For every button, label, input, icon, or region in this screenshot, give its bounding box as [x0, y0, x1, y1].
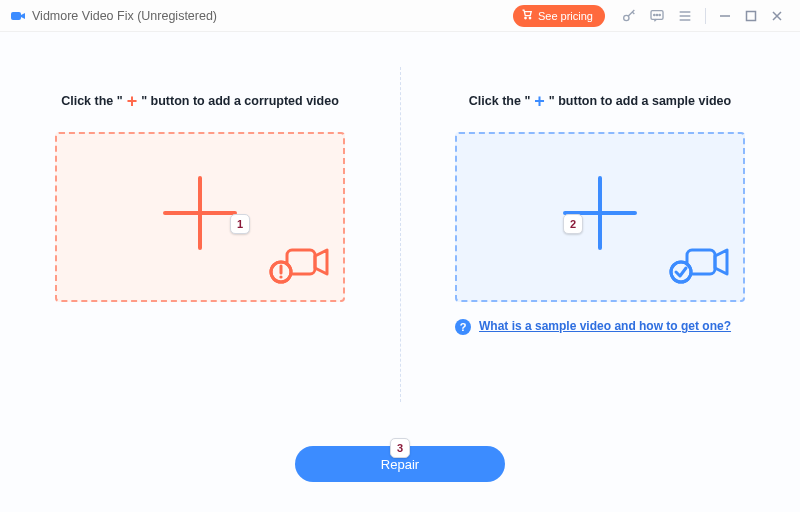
svg-point-12: [279, 275, 282, 278]
sample-help: ? What is a sample video and how to get …: [455, 318, 745, 335]
add-corrupted-video-dropzone[interactable]: [55, 132, 345, 302]
callout-badge-2: 2: [563, 214, 583, 234]
svg-point-6: [656, 14, 657, 15]
svg-point-1: [525, 17, 527, 19]
sample-camera-icon: [669, 242, 729, 290]
svg-point-3: [624, 15, 629, 20]
cart-icon: [521, 8, 533, 23]
main-content: Click the " + " button to add a corrupte…: [0, 32, 800, 512]
plus-icon: [559, 172, 641, 254]
svg-rect-8: [747, 11, 756, 20]
svg-point-7: [659, 14, 660, 15]
corrupted-camera-icon: [269, 242, 329, 290]
app-logo-icon: [10, 8, 26, 24]
sample-video-pane: Click the " + " button to add a sample v…: [400, 92, 800, 335]
add-sample-video-dropzone[interactable]: [455, 132, 745, 302]
corrupted-instruction: Click the " + " button to add a corrupte…: [61, 92, 339, 110]
plus-icon: [159, 172, 241, 254]
key-icon[interactable]: [619, 6, 639, 26]
menu-icon[interactable]: [675, 6, 695, 26]
plus-inline-icon: +: [534, 92, 545, 110]
corrupted-video-pane: Click the " + " button to add a corrupte…: [0, 92, 400, 302]
see-pricing-label: See pricing: [538, 10, 593, 22]
titlebar: Vidmore Video Fix (Unregistered) See pri…: [0, 0, 800, 32]
close-button[interactable]: [766, 5, 788, 27]
callout-badge-3: 3: [390, 438, 410, 458]
plus-inline-icon: +: [127, 92, 138, 110]
question-icon: ?: [455, 319, 471, 335]
svg-point-2: [529, 17, 531, 19]
svg-rect-0: [11, 12, 21, 20]
minimize-button[interactable]: [714, 5, 736, 27]
see-pricing-button[interactable]: See pricing: [513, 5, 605, 27]
maximize-button[interactable]: [740, 5, 762, 27]
titlebar-separator: [705, 8, 706, 24]
feedback-icon[interactable]: [647, 6, 667, 26]
svg-point-5: [654, 14, 655, 15]
sample-help-link[interactable]: What is a sample video and how to get on…: [479, 318, 731, 334]
sample-instruction: Click the " + " button to add a sample v…: [469, 92, 731, 110]
callout-badge-1: 1: [230, 214, 250, 234]
app-title: Vidmore Video Fix (Unregistered): [32, 9, 217, 23]
